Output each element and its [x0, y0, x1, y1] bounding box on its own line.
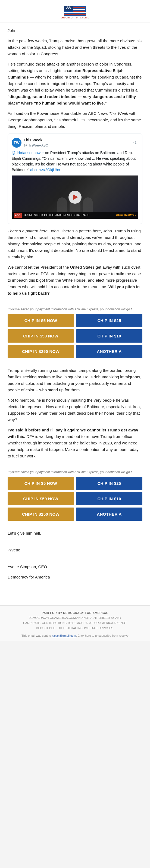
- play-triangle-icon: [73, 194, 78, 200]
- unsubscribe-email-link[interactable]: xxxxx@gmail.com: [52, 634, 76, 637]
- footer-line2: DEMOCRACYFORAMERICA.COM AND NOT AUTHORIZ…: [28, 616, 122, 619]
- video-play-button[interactable]: [69, 191, 81, 204]
- signature-sign: -Yvette: [8, 547, 142, 553]
- paragraph-8: I've said it before and I'll say it agai…: [8, 427, 142, 459]
- spacer: [0, 589, 150, 600]
- email-wrapper: ★★★ ★★ DEMOCRACY FOR AMERICA John, In th…: [0, 0, 150, 641]
- video-thumbnail[interactable]: ABC TAKING STOCK OF THE 2020 PRESIDENTIA…: [12, 176, 138, 219]
- svg-rect-4: [73, 7, 85, 8]
- signature-org: Democracy for America: [8, 574, 142, 580]
- chip-5-button-1[interactable]: CHIP IN $5 NOW: [8, 314, 74, 327]
- footer-line3: CANDIDATE. CONTRIBUTIONS TO DEMOCRACY FO…: [23, 621, 127, 624]
- donate-note-2: If you've saved your payment information…: [8, 470, 142, 474]
- dfa-logo-svg: ★★★ ★★ DEMOCRACY FOR AMERICA: [61, 4, 89, 19]
- person-1: [57, 197, 67, 212]
- signature-name: Yvette Simpson, CEO: [8, 564, 142, 570]
- chip-100-button-2[interactable]: CHIP IN $10: [76, 492, 142, 505]
- donate-section-1: If you've saved your payment information…: [0, 305, 150, 362]
- chip-5-button-2[interactable]: CHIP IN $5 NOW: [8, 477, 74, 490]
- paragraph-3: As I said on the Powerhouse Roundtable o…: [8, 110, 142, 130]
- chip-25-button-1[interactable]: CHIP IN $25: [76, 314, 142, 327]
- closing-line: Let's give him hell.: [8, 530, 142, 536]
- tweet-account: This Week @ThisWeekABC: [24, 137, 48, 148]
- chip-another-button-1[interactable]: ANOTHER A: [76, 345, 142, 358]
- footer-line4: DEDUCTIBLE FOR FEDERAL INCOME TAX PURPOS…: [36, 626, 114, 630]
- video-network-label: ABC: [14, 213, 22, 217]
- email-closing: Let's give him hell. -Yvette Yvette Simp…: [0, 525, 150, 589]
- tweet-text: @drbriansonpower on President Trump's at…: [12, 150, 138, 173]
- chip-another-button-2[interactable]: ANOTHER A: [76, 507, 142, 521]
- tweet-header: TW This Week @ThisWeekABC · 1h: [12, 137, 138, 148]
- unsubscribe-post: . Click here to unsubscribe from receive: [76, 634, 128, 637]
- donate-section-2: If you've saved your payment information…: [0, 468, 150, 525]
- svg-text:★★: ★★: [67, 6, 70, 8]
- paragraph-7: Not to mention, he is horrendously insul…: [8, 397, 142, 423]
- donate-note-1: If you've saved your payment information…: [8, 307, 142, 311]
- donate-grid-3: CHIP IN $250 NOW ANOTHER A: [8, 345, 142, 358]
- email-header: ★★★ ★★ DEMOCRACY FOR AMERICA: [0, 0, 150, 23]
- svg-text:DEMOCRACY FOR AMERICA: DEMOCRACY FOR AMERICA: [61, 17, 89, 19]
- paragraph-2: He's continued those attacks on another …: [8, 61, 142, 106]
- paragraph-6: Trump is literally running concentration…: [8, 367, 142, 393]
- chip-50-button-2[interactable]: CHIP IN $50 NOW: [8, 492, 74, 505]
- svg-rect-7: [64, 12, 86, 13]
- paragraph-5: We cannot let the President of the Unite…: [8, 264, 142, 297]
- tweet-embed: TW This Week @ThisWeekABC · 1h @drbrians…: [8, 133, 142, 224]
- footer-unsubscribe: This email was sent to xxxxx@gmail.com. …: [8, 633, 142, 638]
- chip-250-button-2[interactable]: CHIP IN $250 NOW: [8, 507, 74, 521]
- svg-rect-8: [64, 14, 86, 15]
- chip-100-button-1[interactable]: CHIP IN $10: [76, 329, 142, 343]
- video-inner: ABC TAKING STOCK OF THE 2020 PRESIDENTIA…: [12, 176, 138, 219]
- footer-paid-for: PAID FOR BY DEMOCRACY FOR AMERICA.: [42, 611, 108, 615]
- video-bottom-bar: ABC TAKING STOCK OF THE 2020 PRESIDENTIA…: [12, 212, 138, 219]
- email-body-2: Trump is literally running concentration…: [0, 362, 150, 468]
- donate-grid-5: CHIP IN $50 NOW CHIP IN $10: [8, 492, 142, 505]
- unsubscribe-pre: This email was sent to: [22, 634, 52, 637]
- chip-250-button-1[interactable]: CHIP IN $250 NOW: [8, 345, 74, 358]
- tweet-avatar: TW: [12, 138, 22, 148]
- donate-grid-4: CHIP IN $5 NOW CHIP IN $25: [8, 477, 142, 490]
- email-footer: PAID FOR BY DEMOCRACY FOR AMERICA. DEMOC…: [0, 605, 150, 641]
- paragraph-4: There's a pattern here, John. There's a …: [8, 228, 142, 260]
- person-3: [83, 197, 93, 212]
- chip-25-button-2[interactable]: CHIP IN $25: [76, 477, 142, 490]
- video-title: TAKING STOCK OF THE 2020 PRESIDENTIAL RA…: [23, 213, 115, 217]
- logo: ★★★ ★★ DEMOCRACY FOR AMERICA: [61, 4, 89, 20]
- email-body: John, In the past few weeks, Trump's rac…: [0, 23, 150, 305]
- paragraph-1: In the past few weeks, Trump's racism ha…: [8, 38, 142, 57]
- donate-grid-6: CHIP IN $250 NOW ANOTHER A: [8, 507, 142, 521]
- donate-grid-1: CHIP IN $5 NOW CHIP IN $25: [8, 314, 142, 327]
- footer-legal: PAID FOR BY DEMOCRACY FOR AMERICA. DEMOC…: [8, 611, 142, 631]
- greeting: John,: [8, 27, 142, 34]
- svg-rect-5: [73, 9, 85, 10]
- donate-grid-2: CHIP IN $50 NOW CHIP IN $10: [8, 329, 142, 343]
- video-hashtag: #TrueThisWeek: [116, 213, 136, 217]
- tweet-link[interactable]: abcn.ws/2OkjUbo: [30, 168, 60, 172]
- chip-50-button-1[interactable]: CHIP IN $50 NOW: [8, 329, 74, 343]
